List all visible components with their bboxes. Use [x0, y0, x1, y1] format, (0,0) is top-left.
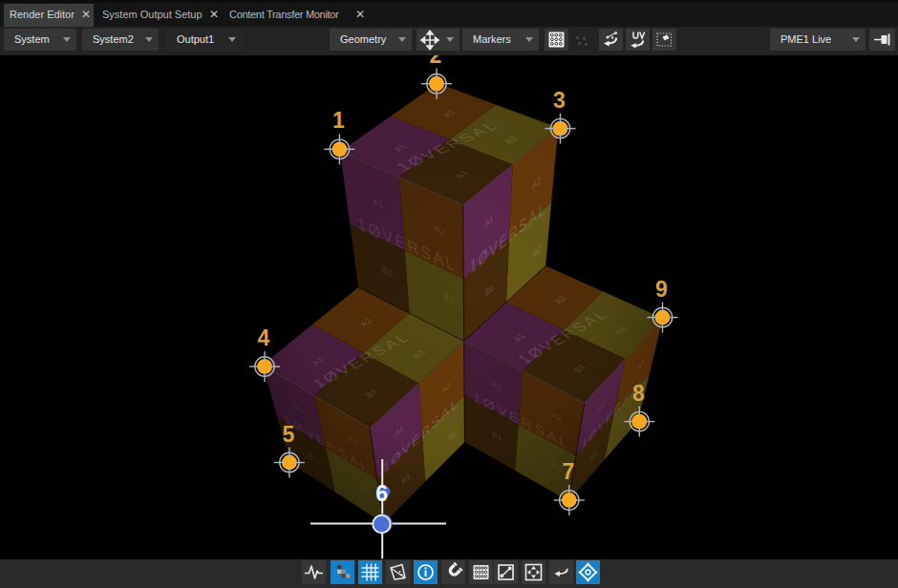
svg-text:6: 6 — [375, 481, 388, 506]
svg-text:8: 8 — [632, 381, 645, 406]
svg-text:3: 3 — [553, 88, 566, 113]
svg-text:1: 1 — [332, 108, 345, 133]
svg-text:7: 7 — [562, 459, 574, 484]
svg-text:9: 9 — [655, 277, 668, 302]
svg-text:5: 5 — [283, 422, 295, 447]
svg-text:4: 4 — [258, 326, 270, 350]
svg-text:2: 2 — [430, 55, 442, 68]
